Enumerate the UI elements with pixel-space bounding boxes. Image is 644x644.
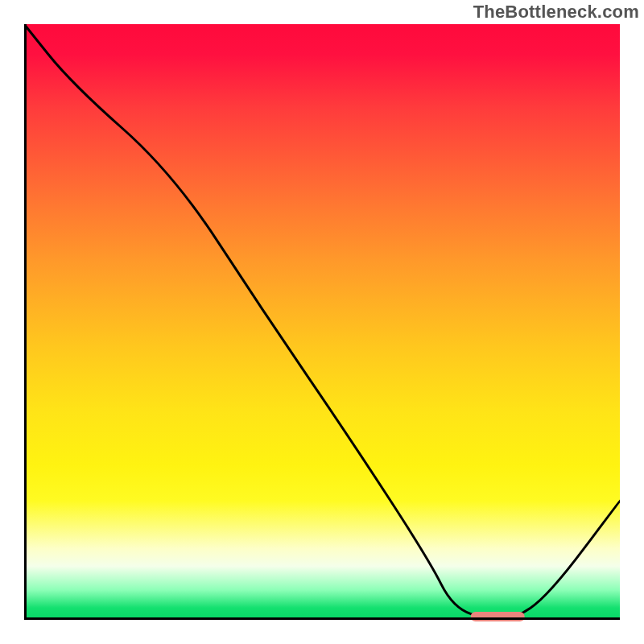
plot-area [24,24,620,620]
chart-container: TheBottleneck.com [0,0,644,644]
bottleneck-curve-svg [24,24,620,620]
watermark-text: TheBottleneck.com [473,2,639,23]
bottleneck-curve-path [24,24,620,620]
optimal-range-marker [471,612,525,621]
